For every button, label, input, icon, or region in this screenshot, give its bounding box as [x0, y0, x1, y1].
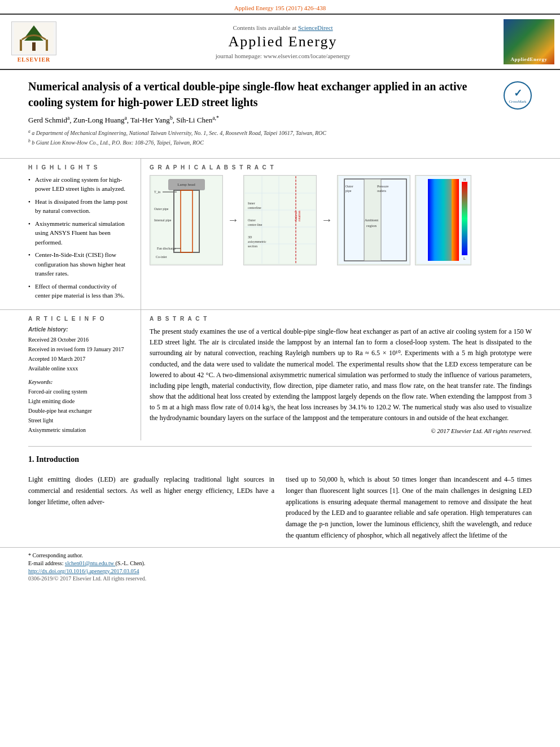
svg-text:Lamp head: Lamp head — [177, 182, 195, 187]
elsevier-tree-image — [11, 21, 56, 55]
ga-arrow-1: → — [228, 213, 239, 226]
accepted-date: Accepted 10 March 2017 — [28, 354, 132, 364]
svg-rect-47 — [435, 179, 452, 261]
svg-text:3D: 3D — [248, 235, 252, 239]
abstract-text: The present study examines the use of a … — [150, 326, 532, 424]
abstract-col: A B S T R A C T The present study examin… — [141, 310, 532, 440]
svg-text:outlets: outlets — [377, 189, 387, 193]
highlight-item-4: Center-In-Side-Exit (CISE) flow configur… — [28, 250, 132, 278]
highlight-item-5: Effect of thermal conductivity of center… — [28, 282, 132, 300]
svg-text:pipe: pipe — [345, 189, 352, 193]
introduction-body: Light emitting diodes (LED) are graduall… — [0, 474, 560, 541]
authors-line: Gerd Schmida, Zun-Long Huanga, Tai-Her Y… — [28, 115, 532, 125]
svg-text:Internal pipe: Internal pipe — [154, 219, 172, 222]
svg-text:Ambient: Ambient — [364, 218, 378, 222]
svg-text:Pressure: Pressure — [377, 185, 389, 188]
ga-image-3: Ambient region Pressure outlets Outer pi… — [337, 175, 410, 265]
applied-energy-logo: AppliedEnergy — [504, 19, 554, 64]
svg-text:centerline: centerline — [248, 206, 261, 209]
crossmark-label: CrossMark — [509, 99, 526, 104]
highlights-col: H I G H L I G H T S Active air cooling s… — [28, 159, 141, 309]
section-divider — [28, 446, 532, 447]
keywords-section: Keywords: Forced-air cooling system Ligh… — [28, 379, 132, 435]
kw-4: Street light — [28, 416, 132, 425]
journal-header: ELSEVIER Contents lists available at Sci… — [0, 14, 560, 70]
svg-text:L: L — [463, 257, 466, 260]
svg-text:axisymmetric: axisymmetric — [248, 240, 266, 243]
keywords-label: Keywords: — [28, 379, 132, 385]
journal-reference-bar: Applied Energy 195 (2017) 426–438 — [0, 0, 560, 14]
svg-rect-4 — [20, 40, 22, 51]
svg-text:center-line: center-line — [248, 223, 262, 226]
ga-image-4: H L — [415, 175, 471, 265]
article-abstract-row: A R T I C L E I N F O Article history: R… — [0, 309, 560, 440]
intro-col-2: tised up to 50,000 h, which is about 50 … — [286, 474, 532, 541]
footer-email-line: E-mail address: slchen01@ntu.edu.tw (S.-… — [28, 560, 532, 566]
ga-arrow-2: → — [321, 213, 333, 226]
footer-corresponding: * Corresponding author. — [28, 552, 532, 558]
contents-line: Contents lists available at ScienceDirec… — [62, 24, 504, 31]
section-title: 1. Introduction — [28, 455, 532, 464]
keywords-list: Forced-air cooling system Light emitting… — [28, 387, 132, 435]
svg-text:H: H — [463, 178, 466, 181]
svg-text:Outer pipe: Outer pipe — [154, 207, 169, 211]
article-history-label: Article history: — [28, 326, 132, 333]
svg-text:section: section — [248, 244, 257, 248]
paper-title-section: Numerical analysis of a vertical double-… — [0, 70, 560, 158]
paper-title: Numerical analysis of a vertical double-… — [28, 78, 504, 110]
ga-image-1: Lamp head T_in Outer pipe Internal pipe … — [150, 175, 223, 265]
affiliation-a: a a Department of Mechanical Engineering… — [28, 128, 532, 137]
science-direct-link[interactable]: ScienceDirect — [298, 24, 333, 31]
intro-col-1: Light emitting diodes (LED) are graduall… — [28, 474, 274, 541]
intro-text-2: tised up to 50,000 h, which is about 50 … — [286, 474, 532, 541]
footer-email-link[interactable]: slchen01@ntu.edu.tw — [65, 560, 115, 566]
received-date: Received 28 October 2016 — [28, 335, 132, 344]
svg-text:Inner: Inner — [248, 202, 255, 205]
introduction-section: 1. Introduction — [0, 452, 560, 474]
footer-doi[interactable]: http://dx.doi.org/10.1016/j.apenergy.201… — [28, 568, 532, 574]
revised-date: Received in revised form 19 January 2017 — [28, 344, 132, 354]
intro-text-1: Light emitting diodes (LED) are graduall… — [28, 474, 274, 508]
kw-3: Double-pipe heat exchanger — [28, 406, 132, 416]
affiliation-b: b b Giant Lion Know-How Co., Ltd., P.O. … — [28, 138, 532, 147]
kw-2: Light emitting diode — [28, 396, 132, 406]
journal-homepage: journal homepage: www.elsevier.com/locat… — [62, 53, 504, 59]
article-info-heading: A R T I C L E I N F O — [28, 316, 132, 322]
kw-5: Axisymmetric simulation — [28, 425, 132, 435]
journal-title-display: Applied Energy — [62, 33, 504, 50]
available-date: Available online xxxx — [28, 364, 132, 373]
footer-area: * Corresponding author. E-mail address: … — [0, 547, 560, 586]
svg-text:Fan discharge: Fan discharge — [157, 247, 176, 250]
journal-reference: Applied Energy 195 (2017) 426–438 — [234, 5, 326, 11]
kw-1: Forced-air cooling system — [28, 387, 132, 396]
svg-rect-48 — [462, 182, 467, 255]
affiliations-block: a a Department of Mechanical Engineering… — [28, 128, 532, 147]
abstract-copyright: © 2017 Elsevier Ltd. All rights reserved… — [150, 427, 532, 434]
article-info-col: A R T I C L E I N F O Article history: R… — [28, 310, 141, 440]
highlight-item-3: Axisymmetric numerical simulation using … — [28, 219, 132, 247]
elsevier-logo-area: ELSEVIER — [6, 21, 62, 63]
svg-rect-18 — [245, 176, 316, 264]
svg-rect-1 — [32, 42, 36, 51]
paper-title-area: Numerical analysis of a vertical double-… — [28, 78, 532, 110]
highlights-list: Active air cooling system for high-power… — [28, 175, 132, 300]
crossmark-badge[interactable]: ✓ CrossMark — [504, 81, 532, 110]
svg-rect-5 — [46, 40, 48, 51]
highlight-item-2: Heat is dissipated from the lamp post by… — [28, 197, 132, 216]
abstract-heading: A B S T R A C T — [150, 316, 532, 322]
svg-text:rotation: rotation — [298, 211, 301, 222]
ga-image-2: Inner centerline Outer center-line 3D ax… — [243, 175, 317, 265]
svg-text:region: region — [366, 224, 377, 228]
highlights-heading: H I G H L I G H T S — [28, 164, 132, 171]
article-dates: Received 28 October 2016 Received in rev… — [28, 335, 132, 373]
crossmark-icon: ✓ — [514, 87, 522, 99]
svg-text:Outer: Outer — [248, 219, 256, 222]
svg-text:Co-inlet: Co-inlet — [156, 255, 167, 259]
svg-text:T_in: T_in — [154, 190, 160, 194]
graphical-abstract-heading: G R A P H I C A L A B S T R A C T — [150, 164, 532, 171]
svg-text:Outer: Outer — [345, 185, 353, 188]
footer-issn: 0306-2619/© 2017 Elsevier Ltd. All right… — [28, 575, 532, 582]
highlight-item-1: Active air cooling system for high-power… — [28, 175, 132, 194]
elsevier-brand-text: ELSEVIER — [18, 56, 51, 63]
highlights-graphical-row: H I G H L I G H T S Active air cooling s… — [0, 158, 560, 309]
